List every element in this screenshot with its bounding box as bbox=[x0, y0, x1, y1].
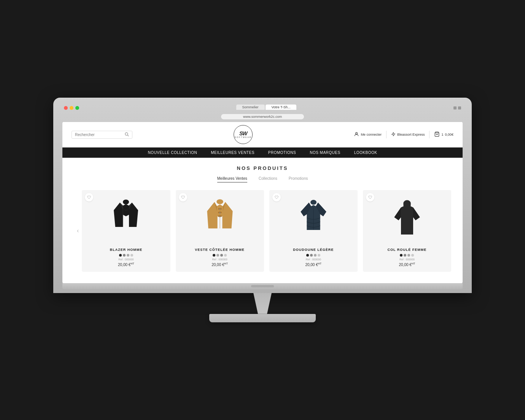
product-info-2: VESTE CÔTELÉE HOMME Ref : 000000 20,00 bbox=[180, 248, 259, 267]
products-section: NOS PRODUITS Meilleures Ventes Collectio… bbox=[62, 158, 463, 283]
monitor-frame: Sommelier Votre T-Sh... www.sommerwork2c… bbox=[53, 98, 472, 322]
cart-button[interactable]: 1 0,00€ bbox=[434, 132, 453, 138]
window-controls bbox=[453, 106, 461, 109]
color-dot[interactable] bbox=[411, 254, 414, 257]
nav-item-lookbook[interactable]: Lookbook bbox=[354, 151, 377, 155]
cart-count: 1 bbox=[441, 133, 443, 136]
product-price-3: 20,00 €HT bbox=[274, 262, 353, 267]
color-dot[interactable] bbox=[404, 254, 406, 257]
carousel-prev-button[interactable]: ‹ bbox=[74, 227, 82, 234]
user-icon bbox=[354, 132, 359, 138]
color-dot[interactable] bbox=[400, 254, 402, 257]
browser-screen: SW SOFTWEAR Me connecter bbox=[62, 122, 463, 283]
color-dot[interactable] bbox=[314, 254, 317, 257]
svg-point-0 bbox=[125, 133, 128, 135]
site-navigation: Nouvelle Collection Meilleures ventes Pr… bbox=[62, 147, 463, 158]
separator-2 bbox=[429, 131, 430, 138]
header-actions: Me connecter Bleassort Express bbox=[354, 131, 453, 138]
nav-item-nouvelle-collection[interactable]: Nouvelle Collection bbox=[148, 151, 197, 155]
product-ref-1: Ref : 000000 bbox=[86, 258, 165, 261]
lightning-icon bbox=[391, 132, 396, 138]
search-icon bbox=[125, 132, 129, 137]
tab-collections[interactable]: Collections bbox=[259, 176, 277, 182]
minimize-button[interactable] bbox=[70, 106, 73, 110]
svg-point-4 bbox=[123, 200, 129, 204]
close-button[interactable] bbox=[64, 106, 68, 110]
color-dot[interactable] bbox=[407, 254, 410, 257]
color-dot[interactable] bbox=[213, 254, 215, 257]
products-grid: BLAZER HOMME Ref : 000000 20,00 €HT bbox=[82, 190, 451, 271]
color-dot[interactable] bbox=[130, 254, 133, 257]
chin-notch bbox=[251, 285, 274, 287]
section-title: NOS PRODUITS bbox=[74, 165, 451, 171]
product-info-3: DOUDOUNE LÉGÈRE Ref : 000000 20,00 €HT bbox=[274, 248, 353, 267]
product-price-2: 20,00 €HT bbox=[180, 262, 259, 267]
svg-point-12 bbox=[219, 216, 220, 217]
address-bar[interactable]: www.sommerwork2c.com bbox=[221, 114, 304, 120]
color-dot[interactable] bbox=[119, 254, 122, 257]
nav-item-promotions[interactable]: Promotions bbox=[268, 151, 296, 155]
color-dot[interactable] bbox=[123, 254, 126, 257]
color-dot[interactable] bbox=[220, 254, 223, 257]
cart-icon bbox=[434, 132, 440, 138]
search-input[interactable] bbox=[75, 133, 123, 137]
tab-promotions[interactable]: Promotions bbox=[289, 176, 308, 182]
svg-line-1 bbox=[127, 135, 129, 136]
product-ref-4: Ref : 000000 bbox=[368, 258, 447, 261]
logo-box: SW SOFTWEAR bbox=[234, 125, 253, 144]
color-dots-4 bbox=[368, 254, 447, 257]
cart-price: 0,00€ bbox=[445, 133, 453, 136]
wishlist-button-2[interactable] bbox=[179, 193, 187, 201]
traffic-lights bbox=[64, 106, 79, 110]
product-ref-3: Ref : 000000 bbox=[274, 258, 353, 261]
product-card-blazer[interactable]: BLAZER HOMME Ref : 000000 20,00 €HT bbox=[82, 190, 170, 271]
search-box[interactable] bbox=[72, 131, 132, 139]
nav-item-nos-marques[interactable]: Nos Marques bbox=[310, 151, 340, 155]
color-dot[interactable] bbox=[306, 254, 309, 257]
product-card-veste[interactable]: VESTE CÔTELÉE HOMME Ref : 000000 20,00 bbox=[176, 190, 264, 271]
product-image-1 bbox=[86, 195, 165, 244]
product-info-4: COL ROULÉ FEMME Ref : 000000 20,00 €HT bbox=[368, 248, 447, 267]
win-btn-1 bbox=[453, 106, 457, 109]
product-name-2: VESTE CÔTELÉE HOMME bbox=[180, 248, 259, 252]
logo-sub-text: SOFTWEAR bbox=[235, 136, 251, 138]
nav-item-meilleures-ventes[interactable]: Meilleures ventes bbox=[211, 151, 255, 155]
monitor-screen-frame: Sommelier Votre T-Sh... www.sommerwork2c… bbox=[53, 98, 472, 293]
monitor-stand-base bbox=[209, 314, 316, 322]
svg-point-11 bbox=[219, 212, 220, 214]
site-logo[interactable]: SW SOFTWEAR bbox=[234, 125, 253, 144]
product-info-1: BLAZER HOMME Ref : 000000 20,00 €HT bbox=[86, 248, 165, 267]
separator-1 bbox=[386, 131, 387, 138]
express-label: Bleassort Express bbox=[397, 133, 425, 136]
svg-point-6 bbox=[216, 200, 223, 204]
svg-point-13 bbox=[310, 200, 317, 205]
color-dot[interactable] bbox=[216, 254, 219, 257]
wishlist-button-3[interactable] bbox=[272, 193, 281, 201]
color-dot[interactable] bbox=[127, 254, 129, 257]
color-dots-1 bbox=[86, 254, 165, 257]
product-image-4 bbox=[368, 195, 447, 244]
maximize-button[interactable] bbox=[75, 106, 79, 110]
product-tabs: Meilleures Ventes Collections Promotions bbox=[74, 176, 451, 182]
login-button[interactable]: Me connecter bbox=[354, 132, 382, 138]
color-dot[interactable] bbox=[224, 254, 227, 257]
color-dot[interactable] bbox=[318, 254, 320, 257]
color-dots-2 bbox=[180, 254, 259, 257]
product-card-doudoune[interactable]: DOUDOUNE LÉGÈRE Ref : 000000 20,00 €HT bbox=[269, 190, 358, 271]
svg-point-2 bbox=[356, 132, 358, 134]
product-card-col-roule[interactable]: COL ROULÉ FEMME Ref : 000000 20,00 €HT bbox=[363, 190, 451, 271]
browser-tab-2[interactable]: Votre T-Sh... bbox=[266, 105, 297, 110]
product-name-4: COL ROULÉ FEMME bbox=[368, 248, 447, 252]
logo-main-text: SW bbox=[239, 131, 247, 136]
site-header: SW SOFTWEAR Me connecter bbox=[62, 122, 463, 147]
color-dot[interactable] bbox=[310, 254, 313, 257]
browser-tabs: Sommelier Votre T-Sh... bbox=[236, 105, 297, 110]
browser-tab-1[interactable]: Sommelier bbox=[236, 105, 265, 110]
wishlist-button-4[interactable] bbox=[366, 193, 374, 201]
products-carousel: ‹ bbox=[74, 190, 451, 271]
express-button[interactable]: Bleassort Express bbox=[391, 132, 425, 138]
tab-meilleures-ventes[interactable]: Meilleures Ventes bbox=[217, 176, 247, 182]
monitor-top-bar: Sommelier Votre T-Sh... bbox=[62, 105, 463, 111]
login-label: Me connecter bbox=[361, 133, 382, 136]
color-dots-3 bbox=[274, 254, 353, 257]
